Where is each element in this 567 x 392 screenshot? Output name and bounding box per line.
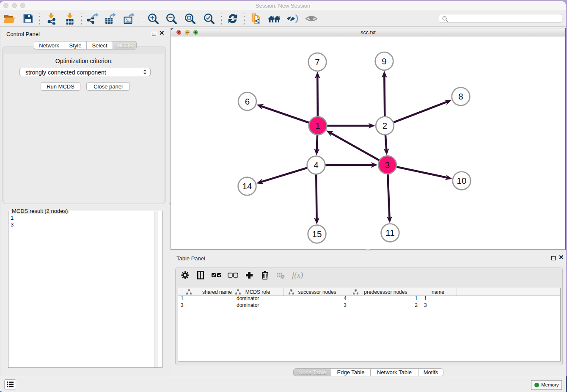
svg-text:2: 2 bbox=[383, 121, 387, 130]
svg-text:7: 7 bbox=[315, 57, 319, 67]
svg-text:4: 4 bbox=[314, 160, 318, 170]
svg-text:8: 8 bbox=[458, 91, 463, 101]
svg-text:3: 3 bbox=[385, 160, 390, 170]
svg-text:6: 6 bbox=[245, 97, 250, 106]
svg-text:10: 10 bbox=[457, 176, 467, 185]
svg-text:9: 9 bbox=[382, 56, 386, 66]
svg-text:11: 11 bbox=[385, 228, 394, 237]
svg-text:1: 1 bbox=[315, 121, 320, 130]
svg-text:f(x): f(x) bbox=[292, 271, 303, 280]
svg-text:14: 14 bbox=[242, 181, 252, 191]
svg-text:15: 15 bbox=[312, 229, 322, 239]
